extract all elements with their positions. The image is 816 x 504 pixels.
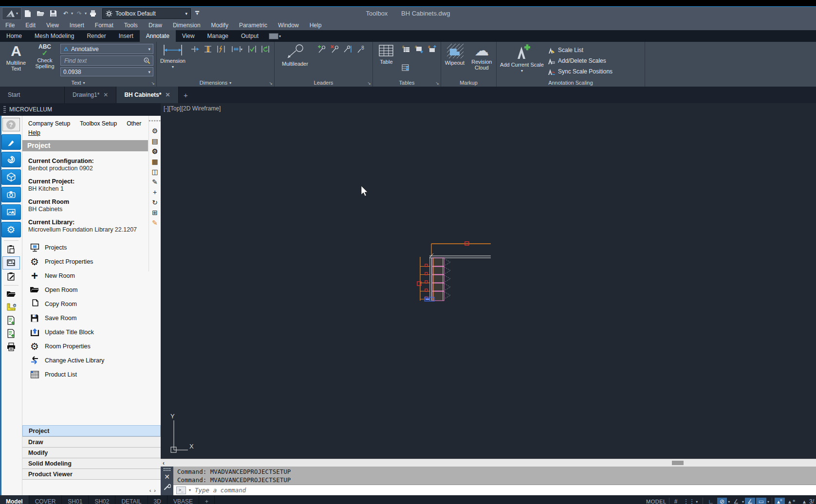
dim-adjust-space-button[interactable] bbox=[202, 44, 214, 54]
osnap-toggle[interactable]: ▭ bbox=[756, 498, 766, 504]
menu-dimension[interactable]: Dimension bbox=[167, 22, 206, 29]
dim-inspect-button[interactable] bbox=[246, 44, 258, 54]
viewport-controls-label[interactable]: [-][Top][2D Wireframe] bbox=[164, 105, 221, 112]
open-file-button[interactable] bbox=[34, 8, 47, 19]
menu-format[interactable]: Format bbox=[90, 22, 119, 29]
doc-tab-drawing1[interactable]: Drawing1* ✕ bbox=[65, 87, 116, 103]
collect-multileader-button[interactable]: 8 bbox=[355, 44, 367, 54]
ribbon-tab-annotate[interactable]: Annotate bbox=[140, 30, 176, 42]
isodraft-dropdown-icon[interactable]: ▾ bbox=[742, 500, 744, 504]
menu-view[interactable]: View bbox=[41, 22, 64, 29]
print-tool-button[interactable] bbox=[3, 341, 19, 353]
ortho-toggle[interactable]: ∟ bbox=[705, 498, 716, 504]
remove-leader-button[interactable] bbox=[329, 44, 340, 54]
polar-tracking-toggle[interactable]: ⊘ bbox=[717, 498, 727, 504]
ribbon-display-options-button[interactable]: ▾ bbox=[265, 30, 285, 42]
scrollbar-thumb[interactable] bbox=[672, 461, 684, 465]
tables-panel-launcher-icon[interactable]: ↘ bbox=[435, 81, 439, 86]
dimensions-panel-launcher-icon[interactable]: ↘ bbox=[269, 81, 273, 86]
isodraft-toggle[interactable]: ∠ bbox=[731, 498, 741, 504]
layout-tab-vbase[interactable]: VBASE bbox=[167, 495, 199, 504]
room-properties-button[interactable]: ⚙ Room Properties bbox=[22, 339, 161, 353]
model-space-toggle[interactable]: MODEL bbox=[646, 499, 667, 504]
measure-settings-tool-button[interactable]: ⚙ bbox=[3, 301, 19, 313]
sync-scale-positions-button[interactable]: Sync Scale Positions bbox=[547, 66, 612, 77]
accordion-scroll-arrows[interactable]: ‹› bbox=[149, 487, 159, 493]
palette-title-bar[interactable]: MICROVELLUM bbox=[0, 103, 161, 116]
update-title-block-button[interactable]: Update Title Block bbox=[22, 325, 161, 339]
text-style-combo[interactable]: Annotative ▾ bbox=[60, 44, 153, 54]
snap-toggle[interactable]: ⋮⋮▾ bbox=[681, 498, 700, 504]
side-gear-icon[interactable]: ⚙ bbox=[152, 127, 158, 134]
side-rotate-icon[interactable]: ↻ bbox=[152, 199, 158, 206]
menu-tools[interactable]: Tools bbox=[119, 22, 143, 29]
annotation-scale-button[interactable]: ▴ bbox=[800, 498, 808, 504]
doc-tab-drawing1-close-icon[interactable]: ✕ bbox=[103, 91, 108, 98]
paste-tool-button[interactable] bbox=[3, 243, 19, 255]
add-current-scale-button[interactable]: Add Current Scale ▾ bbox=[500, 44, 544, 79]
find-text-input[interactable] bbox=[63, 57, 143, 65]
accordion-project[interactable]: Project bbox=[22, 425, 161, 436]
palette-menu-help[interactable]: Help bbox=[28, 129, 40, 136]
menu-modify[interactable]: Modify bbox=[206, 22, 234, 29]
annotation-visibility-toggle[interactable]: ▴° bbox=[775, 498, 785, 504]
open-room-button[interactable]: Open Room bbox=[22, 283, 161, 297]
palette-menu-toolbox-setup[interactable]: Toolbox Setup bbox=[80, 120, 117, 127]
ribbon-tab-view[interactable]: View bbox=[176, 30, 201, 42]
ribbon-tab-output[interactable]: Output bbox=[235, 30, 265, 42]
text-height-combo[interactable]: 0.0938 ▾ bbox=[60, 67, 153, 76]
layout-tab-3d[interactable]: 3D bbox=[148, 495, 167, 504]
new-room-button[interactable]: + New Room bbox=[22, 269, 161, 283]
side-marker-orange-icon[interactable]: ✎ bbox=[152, 219, 158, 226]
menu-parametric[interactable]: Parametric bbox=[234, 22, 273, 29]
table-data-link-up-button[interactable]: 8 bbox=[426, 44, 438, 54]
image-tool-button[interactable] bbox=[1, 204, 21, 220]
align-multileader-button[interactable] bbox=[342, 44, 353, 54]
command-history[interactable]: Command: MVADVANCEDPROJECTSETUP Command:… bbox=[173, 467, 816, 485]
add-delete-scales-button[interactable]: Add/Delete Scales bbox=[547, 55, 612, 66]
doc-tab-start[interactable]: Start bbox=[0, 87, 65, 103]
edit-clipboard-tool-button[interactable] bbox=[3, 270, 19, 283]
qat-overflow-button[interactable]: ▾▬ bbox=[191, 8, 204, 19]
app-menu-button[interactable]: ▾ bbox=[2, 7, 21, 20]
scale-list-button[interactable]: Scale List bbox=[547, 45, 612, 55]
polar-dropdown-icon[interactable]: ▾ bbox=[728, 500, 730, 504]
table-data-link-down-button[interactable]: 8 bbox=[413, 44, 425, 54]
ribbon-tab-render[interactable]: Render bbox=[80, 30, 112, 42]
revision-cloud-button[interactable]: ☁ Revision Cloud bbox=[470, 44, 493, 79]
workspace-combo[interactable]: Toolbox Default ▾ bbox=[102, 8, 191, 19]
accordion-draw[interactable]: Draw bbox=[22, 436, 161, 447]
drawing-canvas[interactable]: [-][Top][2D Wireframe] bbox=[161, 103, 816, 459]
side-panel-icon[interactable]: ◫ bbox=[151, 168, 158, 175]
ribbon-tab-mesh-modeling[interactable]: Mesh Modeling bbox=[28, 30, 80, 42]
accordion-solid-modeling[interactable]: Solid Modeling bbox=[22, 458, 161, 468]
accordion-product-viewer[interactable]: Product Viewer bbox=[22, 468, 161, 479]
side-spreadsheet-icon[interactable]: ▦ bbox=[151, 158, 158, 165]
marker-tool-button[interactable] bbox=[1, 134, 21, 150]
multileader-button[interactable]: Multileader bbox=[278, 44, 313, 79]
new-file-button[interactable] bbox=[21, 8, 34, 19]
camera-tool-button[interactable] bbox=[1, 187, 21, 202]
upload-document-tool-button[interactable] bbox=[3, 327, 19, 340]
search-icon[interactable]: A bbox=[143, 57, 150, 64]
menu-draw[interactable]: Draw bbox=[143, 22, 167, 29]
command-prompt-icon[interactable]: >_ bbox=[176, 486, 186, 494]
dim-continue-button[interactable]: ▾ bbox=[228, 44, 245, 54]
command-close-icon[interactable]: ✕ bbox=[164, 473, 170, 480]
product-list-button[interactable]: Product List bbox=[22, 367, 161, 381]
ribbon-tab-home[interactable]: Home bbox=[0, 30, 28, 42]
osnap-tracking-toggle[interactable]: ∠ bbox=[745, 498, 755, 504]
menu-window[interactable]: Window bbox=[273, 22, 304, 29]
add-leader-button[interactable] bbox=[315, 44, 327, 54]
palette-menu-company-setup[interactable]: Company Setup bbox=[28, 120, 70, 127]
layout-tab-sh01[interactable]: SH01 bbox=[62, 495, 89, 504]
redo-button[interactable]: ↷ bbox=[73, 8, 86, 19]
ribbon-tab-manage[interactable]: Manage bbox=[201, 30, 235, 42]
help-button[interactable]: ? bbox=[2, 118, 20, 131]
dimensions-panel-label[interactable]: Dimensions▾ bbox=[157, 79, 274, 87]
side-toolbar-grip-icon[interactable]: ●●●●● bbox=[148, 117, 161, 124]
layout-tab-sh02[interactable]: SH02 bbox=[89, 495, 115, 504]
menu-help[interactable]: Help bbox=[304, 22, 327, 29]
save-button[interactable] bbox=[47, 8, 59, 19]
settings-tool-button[interactable]: ⚙ bbox=[1, 222, 21, 237]
